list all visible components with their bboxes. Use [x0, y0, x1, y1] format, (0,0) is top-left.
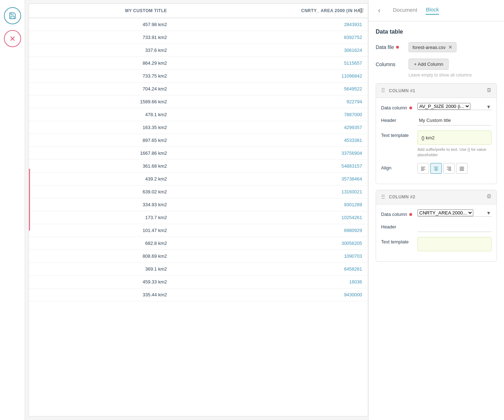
- table-header-col2: CNRTY_ AREA 2000 (IN HA): [173, 4, 368, 18]
- text-template-value-2: [417, 237, 491, 251]
- table-cell-col2: 5649522: [173, 83, 368, 95]
- table-cell-col2: 1090703: [173, 250, 368, 263]
- data-column-value-1: AV_P_SIZE 2000 (i...: [417, 103, 491, 110]
- text-template-row-1: Text template Add suffix/prefix to text.…: [381, 130, 491, 158]
- drag-handle-col1[interactable]: ⠿: [381, 87, 385, 94]
- svg-rect-2: [421, 167, 425, 167]
- table-cell-col2: 10254261: [173, 211, 368, 224]
- table-row: 101.47 km26980929: [29, 224, 368, 237]
- table-row: 334.93 km29301289: [29, 198, 368, 211]
- column-2-delete-button[interactable]: [486, 194, 491, 200]
- text-template-label-1: Text template: [381, 130, 413, 138]
- data-column-value-2: CNRTY_AREA 2000...: [417, 209, 491, 217]
- header-row-1: Header: [381, 115, 491, 125]
- align-right-button[interactable]: [443, 163, 455, 174]
- table-cell-col1: 163.35 km2: [29, 121, 173, 134]
- table-row: 337.6 km23061624: [29, 44, 368, 57]
- column-2-card: ⠿ COLUMN #2 Da: [376, 190, 497, 262]
- table-cell-col2: 7887000: [173, 108, 368, 121]
- columns-label: Columns: [376, 61, 404, 67]
- data-table: MY CUSTOM TITLE CNRTY_ AREA 2000 (IN HA)…: [29, 4, 368, 301]
- tab-block[interactable]: Block: [426, 6, 439, 15]
- table-row: 459.33 km216036: [29, 276, 368, 288]
- text-template-value-1: Add suffix/prefix to text. Use {} for va…: [417, 130, 491, 158]
- table-row: 163.35 km24299357: [29, 121, 368, 134]
- svg-rect-11: [448, 168, 451, 168]
- data-column-dropdown-2[interactable]: CNRTY_AREA 2000...: [417, 209, 491, 217]
- table-cell-col1: 704.24 km2: [29, 83, 173, 95]
- header-value-2: [417, 222, 491, 232]
- column-2-number: COLUMN #2: [389, 194, 483, 199]
- table-cell-col2: 4533381: [173, 134, 368, 147]
- svg-rect-7: [435, 168, 438, 168]
- data-file-required-dot: [396, 46, 399, 49]
- add-column-button[interactable]: + Add Column: [409, 59, 449, 70]
- table-cell-col2: 54883157: [173, 160, 368, 173]
- header-input-1[interactable]: [417, 115, 491, 125]
- table-cell-col1: 1589.66 km2: [29, 95, 173, 108]
- table-row: 369.1 km26458281: [29, 263, 368, 276]
- text-template-input-1[interactable]: [417, 130, 491, 145]
- table-cell-col2: 9301289: [173, 198, 368, 211]
- table-cell-col1: 897.65 km2: [29, 134, 173, 147]
- tab-back-button[interactable]: [374, 6, 384, 16]
- save-button[interactable]: [4, 7, 21, 24]
- file-badge: forest-areas.csv ✕: [409, 42, 456, 52]
- drag-handle-col2[interactable]: ⠿: [381, 194, 385, 201]
- panel-tabs: Document Block: [369, 0, 504, 21]
- table-delete-button[interactable]: [358, 7, 365, 14]
- svg-rect-16: [460, 169, 464, 169]
- table-row: 361.68 km254883157: [29, 160, 368, 173]
- tab-document[interactable]: Document: [393, 7, 417, 14]
- table-cell-col2: 30056205: [173, 237, 368, 250]
- column-2-body: Data column CNRTY_AREA 2000...: [376, 204, 496, 261]
- svg-rect-8: [434, 169, 438, 169]
- table-row: 457.98 km22843931: [29, 18, 368, 31]
- table-cell-col2: 11096842: [173, 70, 368, 83]
- align-justify-button[interactable]: [456, 163, 468, 174]
- align-button-group-1: [417, 163, 491, 174]
- svg-rect-5: [421, 170, 424, 171]
- table-cell-col1: 439.2 km2: [29, 173, 173, 186]
- section-title: Data table: [376, 29, 497, 35]
- data-column-required-dot-1: [409, 107, 412, 109]
- table-row: 897.65 km24533381: [29, 134, 368, 147]
- table-cell-col2: 4299357: [173, 121, 368, 134]
- close-button[interactable]: [4, 30, 21, 47]
- svg-rect-3: [421, 168, 424, 168]
- table-cell-col2: 922794: [173, 95, 368, 108]
- header-label-2: Header: [381, 222, 413, 229]
- align-label-1: Align: [381, 163, 413, 171]
- align-center-button[interactable]: [430, 163, 442, 174]
- table-cell-col1: 459.33 km2: [29, 276, 173, 288]
- header-input-2[interactable]: [417, 222, 491, 232]
- file-name: forest-areas.csv: [412, 45, 445, 50]
- table-row: 808.69 km21090703: [29, 250, 368, 263]
- table-row: 864.29 km25115657: [29, 57, 368, 70]
- text-template-row-2: Text template: [381, 237, 491, 251]
- main-area: MY CUSTOM TITLE CNRTY_ AREA 2000 (IN HA)…: [25, 0, 504, 420]
- data-column-required-dot-2: [409, 213, 412, 216]
- table-cell-col2: 5115657: [173, 57, 368, 70]
- table-cell-col2: 2843931: [173, 18, 368, 31]
- column-1-body: Data column AV_P_SIZE 2000 (i...: [376, 98, 496, 184]
- text-template-input-2[interactable]: [417, 237, 491, 251]
- table-row: 733.91 km28392752: [29, 31, 368, 44]
- data-column-select-1[interactable]: AV_P_SIZE 2000 (i...: [417, 103, 470, 110]
- table-cell-col1: 457.98 km2: [29, 18, 173, 31]
- right-panel: Document Block Data table Data file fore…: [368, 0, 504, 420]
- svg-rect-13: [448, 170, 451, 171]
- table-cell-col1: 864.29 km2: [29, 57, 173, 70]
- file-badge-close-button[interactable]: ✕: [448, 44, 453, 50]
- align-left-button[interactable]: [417, 163, 429, 174]
- table-cell-col1: 173.7 km2: [29, 211, 173, 224]
- data-column-select-2[interactable]: CNRTY_AREA 2000...: [417, 209, 473, 216]
- data-column-dropdown-1[interactable]: AV_P_SIZE 2000 (i...: [417, 103, 491, 110]
- table-cell-col1: 478.1 km2: [29, 108, 173, 121]
- table-cell-col2: 13160021: [173, 186, 368, 198]
- column-1-delete-button[interactable]: [486, 88, 491, 94]
- table-cell-col2: 8392752: [173, 31, 368, 44]
- table-cell-col1: 101.47 km2: [29, 224, 173, 237]
- data-column-row-1: Data column AV_P_SIZE 2000 (i...: [381, 103, 491, 110]
- table-cell-col1: 369.1 km2: [29, 263, 173, 276]
